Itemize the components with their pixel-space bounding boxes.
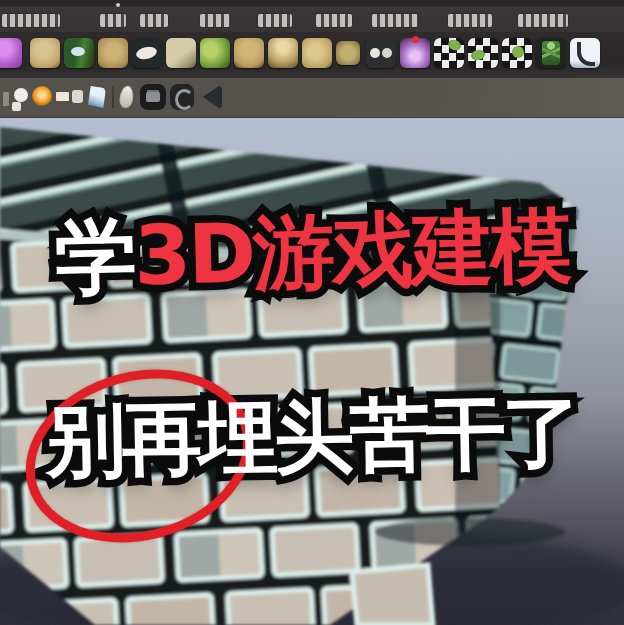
curve-icon[interactable]	[170, 84, 194, 110]
shelf-toolbar	[0, 32, 624, 78]
toolbar-group-1[interactable]	[2, 14, 60, 27]
green-column-icon[interactable]	[64, 38, 94, 68]
white-wedge-icon[interactable]	[132, 38, 162, 68]
pale-chip-icon[interactable]	[56, 92, 69, 101]
beige-box-icon[interactable]	[166, 38, 196, 68]
tan-blob-icon[interactable]	[30, 38, 60, 68]
white-chip-icon[interactable]	[12, 102, 21, 111]
cursor-arrow-icon[interactable]	[198, 84, 222, 110]
tan-sphere-icon[interactable]	[234, 38, 264, 68]
window-dot	[116, 3, 120, 7]
orange-light-icon[interactable]	[32, 86, 52, 106]
tan-shell-icon[interactable]	[302, 38, 332, 68]
headline-top-prefix: 学	[54, 208, 135, 305]
green-plant-icon[interactable]	[536, 38, 566, 68]
headline-bottom-text: 别再埋头苦干了	[45, 385, 579, 487]
toolbar-group-8[interactable]	[448, 14, 492, 27]
app-window: { "overlay": { "headline_top": { "prefix…	[0, 0, 624, 625]
toolbar-group-4[interactable]	[200, 14, 230, 27]
checker-flower-icon[interactable]	[502, 38, 532, 68]
headline-bottom: 别再埋头苦干了	[45, 389, 578, 485]
green-leaves-icon[interactable]	[200, 38, 230, 68]
headline-top: 学3D游戏建模	[54, 202, 570, 303]
checker-leaf-icon-2[interactable]	[468, 38, 498, 68]
camera-icon[interactable]	[140, 84, 166, 110]
toolbar-divider	[112, 86, 114, 108]
headline-top-highlight: 3D游戏建模	[133, 198, 570, 304]
white-panel-icon[interactable]	[570, 38, 600, 68]
pale-leaf-icon[interactable]	[119, 85, 135, 109]
checker-leaf-icon[interactable]	[434, 38, 464, 68]
toolbar-group-9[interactable]	[518, 14, 568, 27]
viewport-toolbar	[0, 78, 624, 118]
white-blob-icon[interactable]	[72, 90, 83, 103]
tan-ball-icon[interactable]	[98, 38, 128, 68]
grip-icon[interactable]	[3, 92, 9, 106]
magenta-sphere-icon[interactable]	[0, 38, 22, 68]
tan-chip-icon[interactable]	[336, 41, 360, 65]
top-toolbar	[0, 0, 624, 32]
crate-model-render	[0, 117, 624, 625]
toolbar-group-6[interactable]	[316, 14, 352, 27]
toolbar-group-2[interactable]	[100, 14, 126, 27]
white-sphere-icon[interactable]	[14, 88, 28, 102]
purple-lamp-icon[interactable]	[400, 38, 430, 68]
blue-wedge-icon[interactable]	[88, 86, 106, 108]
tan-figure-icon[interactable]	[268, 38, 298, 68]
viewport-3d-scene[interactable]	[0, 117, 624, 625]
toolbar-group-5[interactable]	[258, 14, 292, 27]
toolbar-group-7[interactable]	[372, 14, 418, 27]
white-dots-icon[interactable]	[366, 38, 396, 68]
toolbar-group-3[interactable]	[140, 14, 168, 27]
